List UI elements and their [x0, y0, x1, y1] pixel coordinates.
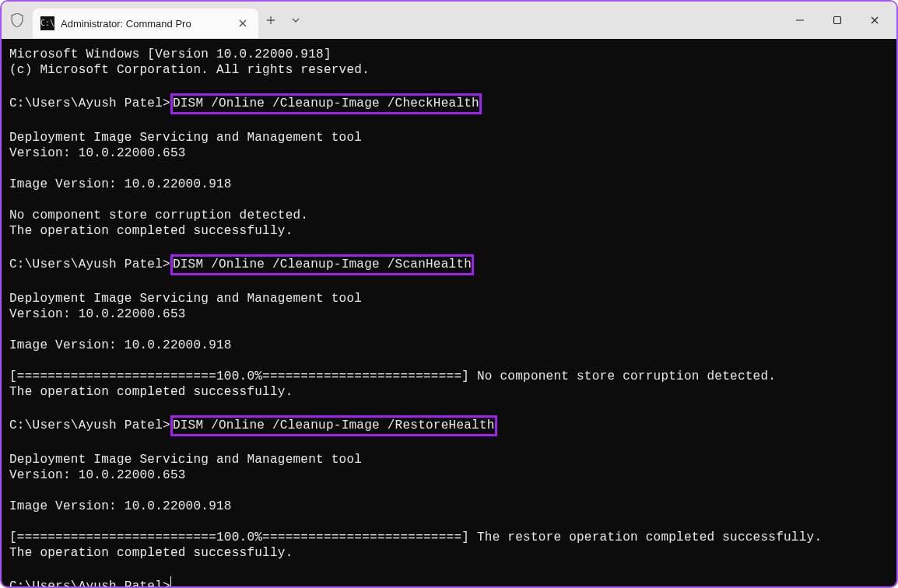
output-line: No component store corruption detected. [9, 208, 308, 222]
text-cursor [170, 576, 171, 586]
output-line: The operation completed successfully. [9, 546, 293, 560]
output-line: The operation completed successfully. [9, 224, 293, 238]
banner-line: Microsoft Windows [Version 10.0.22000.91… [9, 47, 331, 61]
prompt: C:\Users\Ayush Patel> [9, 96, 170, 110]
output-line: Version: 10.0.22000.653 [9, 146, 186, 160]
output-line: Version: 10.0.22000.653 [9, 468, 186, 482]
svg-rect-0 [834, 17, 841, 24]
active-tab[interactable]: C:\ Administrator: Command Pro [33, 9, 258, 38]
minimize-button[interactable] [781, 5, 819, 36]
output-line: The operation completed successfully. [9, 385, 293, 399]
titlebar[interactable]: C:\ Administrator: Command Pro [2, 2, 896, 39]
output-line: Image Version: 10.0.22000.918 [9, 338, 232, 352]
new-tab-button[interactable] [258, 8, 283, 33]
tab-menu-button[interactable] [283, 8, 308, 33]
window-frame: C:\ Administrator: Command Pro [0, 0, 898, 588]
highlighted-command: DISM /Online /Cleanup-Image /RestoreHeal… [170, 415, 497, 436]
close-button[interactable] [856, 5, 893, 36]
shield-icon [2, 13, 33, 27]
output-line: Deployment Image Servicing and Managemen… [9, 292, 362, 306]
output-line: Deployment Image Servicing and Managemen… [9, 131, 362, 145]
output-line: Image Version: 10.0.22000.918 [9, 499, 232, 513]
banner-line: (c) Microsoft Corporation. All rights re… [9, 63, 370, 77]
terminal[interactable]: Microsoft Windows [Version 10.0.22000.91… [2, 39, 896, 586]
output-line: Image Version: 10.0.22000.918 [9, 177, 232, 191]
output-line: Version: 10.0.22000.653 [9, 307, 186, 321]
prompt: C:\Users\Ayush Patel> [9, 257, 170, 271]
maximize-button[interactable] [819, 5, 856, 36]
command-prompt-icon: C:\ [40, 16, 54, 30]
tab-title: Administrator: Command Pro [61, 18, 226, 30]
progress-line: [==========================100.0%=======… [9, 530, 822, 544]
tab-close-button[interactable] [232, 12, 254, 34]
prompt: C:\Users\Ayush Patel> [9, 579, 170, 586]
highlighted-command: DISM /Online /Cleanup-Image /ScanHealth [170, 254, 474, 275]
output-line: Deployment Image Servicing and Managemen… [9, 453, 362, 467]
progress-line: [==========================100.0%=======… [9, 369, 776, 383]
prompt: C:\Users\Ayush Patel> [9, 418, 170, 432]
highlighted-command: DISM /Online /Cleanup-Image /CheckHealth [170, 93, 482, 114]
